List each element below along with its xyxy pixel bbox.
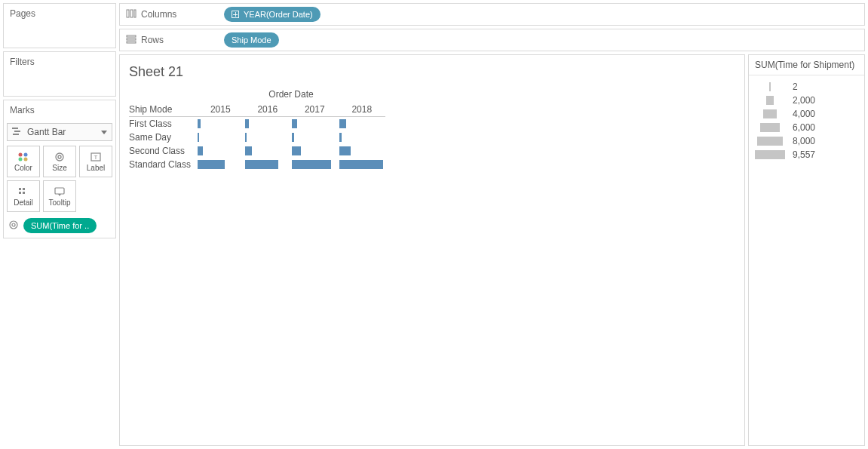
svg-rect-15 xyxy=(55,188,64,194)
columns-pill-year[interactable]: YEAR(Order Date) xyxy=(224,7,321,22)
size-shelf-pill-label: SUM(Time for .. xyxy=(31,221,89,230)
chart-mark[interactable] xyxy=(197,146,244,155)
chart-mark[interactable] xyxy=(244,160,292,169)
svg-rect-20 xyxy=(134,10,136,17)
color-button-label: Color xyxy=(14,164,32,172)
svg-rect-19 xyxy=(130,10,133,17)
chart-mark[interactable] xyxy=(197,160,244,169)
svg-text:T: T xyxy=(94,154,98,161)
svg-rect-1 xyxy=(14,131,20,132)
legend-item[interactable]: 4,000 xyxy=(755,107,858,121)
chevron-down-icon xyxy=(101,131,107,134)
chart-mark[interactable] xyxy=(244,146,292,155)
detail-button-label: Detail xyxy=(14,198,33,207)
color-button[interactable]: Color xyxy=(7,146,40,177)
columns-shelf[interactable]: Columns YEAR(Order Date) xyxy=(119,3,865,26)
chart-mark[interactable] xyxy=(291,119,339,128)
chart-mark[interactable] xyxy=(339,146,386,155)
svg-point-8 xyxy=(58,155,61,158)
svg-point-7 xyxy=(56,153,63,161)
size-button[interactable]: Size xyxy=(43,146,76,177)
svg-rect-12 xyxy=(23,188,25,190)
row-label[interactable]: Same Day xyxy=(129,132,197,143)
chart-mark[interactable] xyxy=(339,133,386,142)
column-header[interactable]: 2018 xyxy=(339,104,386,115)
pages-panel: Pages xyxy=(3,3,116,48)
svg-rect-18 xyxy=(127,10,129,17)
chart-mark[interactable] xyxy=(197,133,244,142)
legend-swatch xyxy=(755,96,785,105)
size-icon xyxy=(54,152,66,162)
chart-mark[interactable] xyxy=(291,146,339,155)
chart-mark[interactable] xyxy=(339,119,386,128)
svg-point-4 xyxy=(24,152,28,156)
legend-label: 9,557 xyxy=(793,149,815,160)
detail-icon xyxy=(17,186,29,197)
chart-mark[interactable] xyxy=(197,119,244,128)
label-button[interactable]: T Label xyxy=(79,146,112,177)
chart-row: Second Class xyxy=(129,144,385,158)
columns-label: Columns xyxy=(141,9,176,20)
chart-row: Standard Class xyxy=(129,158,385,171)
svg-point-17 xyxy=(12,223,15,226)
legend-item[interactable]: 9,557 xyxy=(755,148,858,161)
size-shelf-row: SUM(Time for .. xyxy=(7,217,112,235)
legend-item[interactable]: 6,000 xyxy=(755,121,858,134)
mark-type-dropdown[interactable]: Gantt Bar xyxy=(7,123,112,141)
row-header-label: Ship Mode xyxy=(129,104,197,115)
detail-button[interactable]: Detail xyxy=(7,180,40,212)
legend-item[interactable]: 8,000 xyxy=(755,134,858,148)
color-icon xyxy=(17,152,29,162)
svg-rect-21 xyxy=(127,35,136,37)
marks-buttons-grid: Color Size T Label xyxy=(7,146,112,212)
chart-mark[interactable] xyxy=(244,133,292,142)
rows-shelf[interactable]: Rows Ship Mode xyxy=(119,29,865,51)
pages-label: Pages xyxy=(4,4,115,23)
row-label[interactable]: First Class xyxy=(129,118,197,129)
svg-rect-11 xyxy=(19,188,21,190)
column-header[interactable]: 2017 xyxy=(291,104,339,115)
legend-label: 6,000 xyxy=(793,122,815,133)
svg-rect-22 xyxy=(127,38,136,40)
svg-rect-0 xyxy=(12,128,18,129)
columns-pill-label: YEAR(Order Date) xyxy=(244,10,313,19)
svg-rect-23 xyxy=(127,42,136,43)
legend-item[interactable]: 2 xyxy=(755,80,858,94)
size-legend-panel: SUM(Time for Shipment) 22,0004,0006,0008… xyxy=(748,54,865,446)
filters-panel: Filters xyxy=(3,51,116,97)
legend-swatch xyxy=(755,82,785,91)
viz-panel: Sheet 21 Order Date Ship Mode20152016201… xyxy=(119,54,745,446)
chart-mark[interactable] xyxy=(291,133,339,142)
chart-mark[interactable] xyxy=(291,160,339,169)
tooltip-icon xyxy=(54,186,66,197)
tooltip-button[interactable]: Tooltip xyxy=(43,180,76,212)
svg-point-5 xyxy=(19,157,23,161)
legend-swatch xyxy=(755,123,785,132)
sheet-title[interactable]: Sheet 21 xyxy=(129,64,735,80)
legend-label: 4,000 xyxy=(793,109,815,119)
svg-rect-13 xyxy=(19,192,21,194)
expand-icon xyxy=(232,11,239,18)
legend-swatch xyxy=(755,150,785,159)
column-axis-title: Order Date xyxy=(129,89,385,100)
rows-pill-shipmode[interactable]: Ship Mode xyxy=(224,32,279,48)
legend-swatch xyxy=(755,137,785,146)
rows-pill-label: Ship Mode xyxy=(232,35,271,45)
size-shelf-pill[interactable]: SUM(Time for .. xyxy=(23,218,97,233)
legend-label: 8,000 xyxy=(793,136,815,146)
size-legend-title: SUM(Time for Shipment) xyxy=(749,55,864,75)
legend-item[interactable]: 2,000 xyxy=(755,94,858,107)
row-label[interactable]: Second Class xyxy=(129,146,197,156)
rows-label: Rows xyxy=(141,35,164,45)
row-label[interactable]: Standard Class xyxy=(129,159,197,170)
chart-header-row: Ship Mode2015201620172018 xyxy=(129,103,385,117)
filters-label: Filters xyxy=(4,52,115,72)
mark-type-label: Gantt Bar xyxy=(27,127,66,137)
column-header[interactable]: 2016 xyxy=(244,104,292,115)
rows-icon xyxy=(126,35,136,46)
column-header[interactable]: 2015 xyxy=(197,104,244,115)
svg-point-16 xyxy=(10,221,17,229)
chart-mark[interactable] xyxy=(339,160,386,169)
chart-mark[interactable] xyxy=(244,119,292,128)
marks-label: Marks xyxy=(4,100,115,120)
